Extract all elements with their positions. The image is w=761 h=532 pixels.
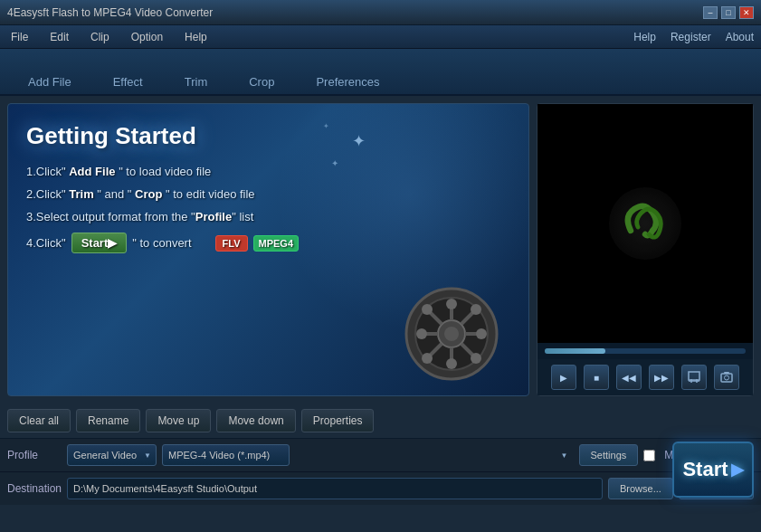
action-buttons: Clear all Rename Move up Move down Prope… [0,404,761,438]
svg-rect-21 [689,372,699,380]
menu-about-link[interactable]: About [726,31,754,43]
seekbar-track[interactable] [545,348,746,354]
menu-left: File Edit Clip Option Help [7,29,211,45]
seekbar-fill [545,348,605,354]
titlebar-title: 4Easysft Flash to MPEG4 Video Converter [7,6,213,19]
menu-clip[interactable]: Clip [87,29,113,45]
gs-step-1: 1.Click" Add File " to load video file [26,165,510,178]
properties-button[interactable]: Properties [301,409,375,432]
star-decoration3: ✦ [323,122,329,130]
preview-screen [537,104,753,343]
tab-effect[interactable]: Effect [94,69,162,94]
window-controls: – □ ✕ [703,6,754,19]
minimize-button[interactable]: – [703,6,718,19]
video-preview-panel: ▶ ■ ◀◀ ▶▶ [537,103,754,396]
profile-format-select[interactable]: MPEG-4 Video (*.mp4) [162,444,290,466]
clear-all-button[interactable]: Clear all [7,409,71,432]
tab-add-file[interactable]: Add File [9,69,90,94]
main-area: Getting Started 1.Click" Add File " to l… [0,96,761,404]
gs-step4-prefix: 4.Click" [26,236,66,250]
close-button[interactable]: ✕ [739,6,754,19]
svg-rect-25 [721,374,732,382]
svg-point-26 [725,375,729,380]
menu-option[interactable]: Option [128,29,166,45]
toolbar: Add File Effect Trim Crop Preferences [0,49,761,96]
gs-title: Getting Started [26,122,510,150]
svg-point-20 [609,187,681,260]
svg-point-18 [422,353,433,364]
svg-point-19 [444,327,459,341]
menu-register-link[interactable]: Register [671,31,711,43]
browse-button[interactable]: Browse... [608,478,673,499]
preview-seekbar[interactable] [537,343,753,359]
gs-step-2: 2.Click" Trim " and " Crop " to edit vid… [26,187,510,201]
getting-started-panel: Getting Started 1.Click" Add File " to l… [7,103,529,396]
merge-checkbox[interactable] [643,450,655,461]
gs-step4-suffix: " to convert [132,236,191,250]
stop-button[interactable]: ■ [584,365,609,390]
tab-preferences[interactable]: Preferences [297,69,398,94]
svg-point-15 [422,304,433,315]
svg-point-10 [476,328,487,339]
menubar: File Edit Clip Option Help Help Register… [0,25,761,49]
gs-step-4: 4.Click" Start▶ " to convert FLV MPEG4 [26,233,510,253]
start-label: Start ▶ [682,458,743,481]
svg-point-7 [446,299,457,309]
menu-help-link[interactable]: Help [633,31,656,43]
profile-bar: Profile General Video MPEG-4 Video (*.mp… [0,438,761,471]
rewind-button[interactable]: ◀◀ [616,365,642,390]
menu-file[interactable]: File [7,29,32,45]
settings-button[interactable]: Settings [579,444,639,466]
maximize-button[interactable]: □ [721,6,736,19]
profile-type-select[interactable]: General Video [67,444,157,466]
bottom-area: Profile General Video MPEG-4 Video (*.mp… [0,438,761,505]
move-up-button[interactable]: Move up [146,409,211,432]
svg-point-8 [446,358,457,369]
preview-controls: ▶ ■ ◀◀ ▶▶ [537,359,753,395]
preview-logo [609,187,681,260]
profile-type-wrapper: General Video [67,444,157,466]
move-down-button[interactable]: Move down [216,409,295,432]
profile-format-wrapper: MPEG-4 Video (*.mp4) [162,444,574,466]
star-decoration: ✦ [352,131,366,151]
menu-help[interactable]: Help [181,29,211,45]
destination-input[interactable] [67,478,603,499]
start-button[interactable]: Start ▶ [672,442,754,498]
titlebar: 4Easysft Flash to MPEG4 Video Converter … [0,0,761,25]
snapshot-button[interactable] [714,365,739,390]
svg-rect-27 [724,372,729,374]
film-reel-decoration [402,284,501,386]
format-mpeg4: MPEG4 [253,235,300,252]
gs-start-btn: Start▶ [71,233,128,253]
svg-point-17 [471,304,481,315]
star-decoration2: ✦ [331,158,338,168]
svg-point-9 [416,328,427,339]
format-flv: FLV [215,235,248,252]
play-button[interactable]: ▶ [551,365,576,390]
tab-trim[interactable]: Trim [166,69,227,94]
menu-right: Help Register About [633,31,754,43]
destination-label: Destination [7,482,62,495]
forward-button[interactable]: ▶▶ [649,365,674,390]
clip-button[interactable] [681,365,707,390]
tab-crop[interactable]: Crop [230,69,293,94]
destination-bar: Destination Browse... Open Folder [0,471,761,505]
menu-edit[interactable]: Edit [46,29,72,45]
profile-label: Profile [7,449,62,461]
gs-step-3: 3.Select output format from the "Profile… [26,210,510,223]
rename-button[interactable]: Rename [76,409,140,432]
svg-point-16 [471,353,481,364]
